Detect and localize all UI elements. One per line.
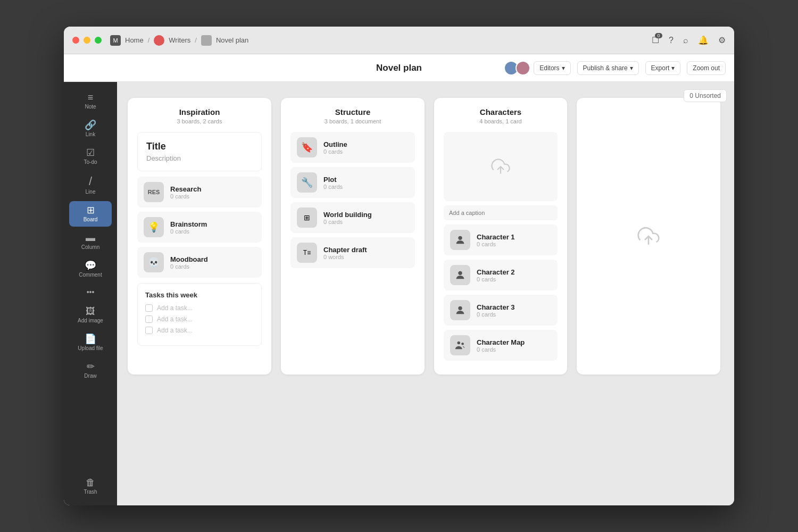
plot-count: 0 cards <box>323 184 409 190</box>
character-1-icon <box>450 230 470 250</box>
avatar-2 <box>516 61 530 76</box>
character-map-item[interactable]: Character Map 0 cards <box>444 330 558 361</box>
task-text-3[interactable]: Add a task... <box>157 327 193 334</box>
sidebar-item-comment[interactable]: 💬 Comment <box>69 256 112 282</box>
characters-header: Characters 4 boards, 1 card <box>444 107 558 124</box>
people-icon <box>454 339 466 351</box>
main-content: ≡ Note 🔗 Link ☑ To-do / Line ⊞ Board ▬ C… <box>64 82 734 505</box>
research-item[interactable]: RES Research 0 cards <box>137 177 262 207</box>
sidebar-item-board[interactable]: ⊞ Board <box>69 201 112 227</box>
title-block[interactable]: Title Description <box>137 132 262 171</box>
minimize-button[interactable] <box>84 37 90 44</box>
chapter-draft-item[interactable]: T≡ Chapter draft 0 words <box>290 237 415 268</box>
character-map-icon <box>450 335 470 355</box>
draw-icon: ✏ <box>87 362 95 371</box>
sidebar-item-add-image[interactable]: 🖼 Add image <box>69 302 112 328</box>
search-icon[interactable]: ⌕ <box>683 36 688 45</box>
character-3-icon <box>450 300 470 320</box>
page-title: Novel plan <box>376 63 422 73</box>
note-icon: ≡ <box>88 93 94 102</box>
breadcrumb: M Home / Writers / Novel plan <box>110 35 248 46</box>
sidebar-item-trash[interactable]: 🗑 Trash <box>69 473 112 499</box>
help-icon[interactable]: ? <box>669 36 674 45</box>
character-upload-area[interactable] <box>444 132 558 201</box>
svg-point-4 <box>458 342 461 345</box>
sidebar-item-todo[interactable]: ☑ To-do <box>69 144 112 169</box>
structure-title: Structure <box>290 107 415 117</box>
worldbuilding-name: World building <box>323 211 409 219</box>
character-2-icon <box>450 265 470 285</box>
task-item-2: Add a task... <box>145 315 254 323</box>
char1-name: Character 1 <box>477 233 551 241</box>
sidebar-item-line[interactable]: / Line <box>69 171 112 199</box>
app-window: M Home / Writers / Novel plan ☐ 0 ? ⌕ 🔔 … <box>64 27 734 505</box>
character-1-item[interactable]: Character 1 0 cards <box>444 225 558 255</box>
export-button[interactable]: Export ▾ <box>645 61 681 75</box>
breadcrumb-writers[interactable]: Writers <box>169 36 190 44</box>
svg-point-5 <box>461 343 464 345</box>
breadcrumb-home[interactable]: Home <box>125 36 144 44</box>
upload-file-icon: 📄 <box>85 334 96 344</box>
sidebar-item-link[interactable]: 🔗 Link <box>69 116 112 142</box>
chapter-draft-name: Chapter draft <box>323 246 409 254</box>
breadcrumb-novel[interactable]: Novel plan <box>216 36 248 44</box>
moodboard-icon: 💀 <box>144 252 164 272</box>
tasks-section: Tasks this week Add a task... Add a task… <box>137 283 262 346</box>
task-item-1: Add a task... <box>145 304 254 312</box>
editors-button[interactable]: Editors ▾ <box>534 61 570 75</box>
zoom-out-button[interactable]: Zoom out <box>687 61 726 75</box>
research-name: Research <box>170 185 255 193</box>
close-button[interactable] <box>72 37 79 44</box>
title-block-title: Title <box>146 141 253 152</box>
todo-icon: ☑ <box>86 148 95 157</box>
task-text-1[interactable]: Add a task... <box>157 304 193 312</box>
person-icon <box>454 234 466 246</box>
plot-item[interactable]: 🔧 Plot 0 cards <box>290 167 415 198</box>
moodboard-count: 0 cards <box>170 263 255 270</box>
task-checkbox-1[interactable] <box>145 304 153 312</box>
unsorted-badge: 0 Unsorted <box>684 89 727 102</box>
maximize-button[interactable] <box>95 37 102 44</box>
settings-icon[interactable]: ⚙ <box>718 35 726 45</box>
moodboard-item[interactable]: 💀 Moodboard 0 cards <box>137 247 262 278</box>
inspiration-subtitle: 3 boards, 2 cards <box>137 118 262 124</box>
sidebar-item-more[interactable]: ••• <box>69 284 112 300</box>
outline-item[interactable]: 🔖 Outline 0 cards <box>290 132 415 163</box>
notification-icon[interactable]: 🔔 <box>698 35 709 45</box>
column-icon: ▬ <box>86 233 95 243</box>
empty-upload-icon <box>637 225 660 247</box>
brainstorm-item[interactable]: 💡 Brainstorm 0 cards <box>137 212 262 243</box>
novel-icon <box>201 35 212 46</box>
sidebar: ≡ Note 🔗 Link ☑ To-do / Line ⊞ Board ▬ C… <box>64 82 117 505</box>
char2-name: Character 2 <box>477 268 551 276</box>
header: Novel plan Editors ▾ Publish & share ▾ E… <box>64 54 734 82</box>
sidebar-item-column[interactable]: ▬ Column <box>69 229 112 254</box>
characters-title: Characters <box>444 107 558 117</box>
task-text-2[interactable]: Add a task... <box>157 315 193 323</box>
device-icon[interactable]: ☐ 0 <box>652 35 659 45</box>
research-icon: RES <box>144 182 164 202</box>
inspiration-title: Inspiration <box>137 107 262 117</box>
sidebar-item-draw[interactable]: ✏ Draw <box>69 358 112 383</box>
worldbuilding-item[interactable]: ⊞ World building 0 cards <box>290 202 415 233</box>
char1-count: 0 cards <box>477 241 551 247</box>
trash-icon: 🗑 <box>86 478 95 487</box>
boards-container: Inspiration 3 boards, 2 cards Title Desc… <box>128 98 724 375</box>
charmap-name: Character Map <box>477 338 551 346</box>
publish-share-button[interactable]: Publish & share ▾ <box>577 61 639 75</box>
caption-input[interactable] <box>444 205 558 220</box>
sidebar-item-note[interactable]: ≡ Note <box>69 88 112 114</box>
task-checkbox-2[interactable] <box>145 315 153 323</box>
outline-icon: 🔖 <box>297 137 317 157</box>
task-checkbox-3[interactable] <box>145 327 153 334</box>
sidebar-item-upload-file[interactable]: 📄 Upload file <box>69 330 112 355</box>
outline-count: 0 cards <box>323 148 409 155</box>
empty-board[interactable] <box>577 98 720 375</box>
character-3-item[interactable]: Character 3 0 cards <box>444 295 558 326</box>
worldbuilding-count: 0 cards <box>323 219 409 225</box>
home-icon: M <box>110 35 121 46</box>
structure-subtitle: 3 boards, 1 document <box>290 118 415 124</box>
upload-cloud-icon <box>491 157 510 176</box>
character-2-item[interactable]: Character 2 0 cards <box>444 260 558 290</box>
comment-icon: 💬 <box>85 261 96 270</box>
